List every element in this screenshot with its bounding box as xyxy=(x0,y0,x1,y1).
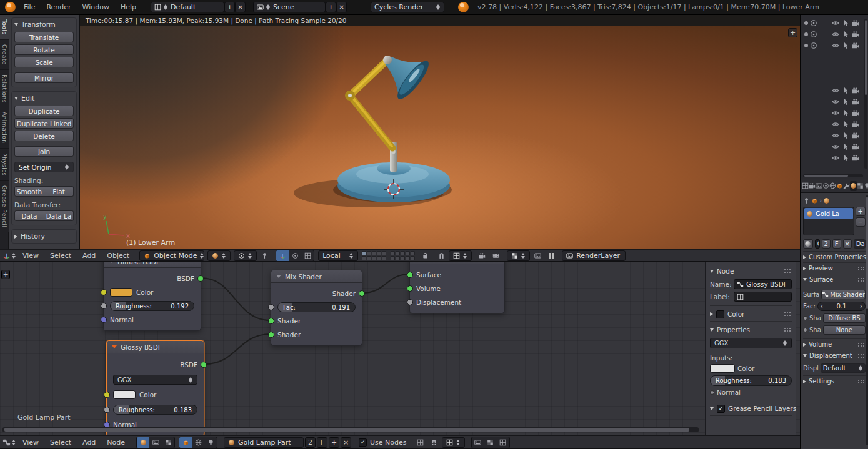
shader1-button[interactable]: Diffuse BS xyxy=(823,313,866,323)
shade-flat-button[interactable]: Flat xyxy=(44,186,74,197)
visibility-eye-icon[interactable] xyxy=(832,19,839,27)
users-count-button[interactable]: 2 xyxy=(305,437,316,448)
tab-material[interactable] xyxy=(850,181,857,191)
outliner-row[interactable] xyxy=(802,152,866,164)
selectability-cursor-icon[interactable] xyxy=(842,121,849,128)
outliner-row[interactable] xyxy=(802,141,866,152)
material-datablock-selector[interactable]: Gold Lamp Part xyxy=(224,437,304,448)
mode-dropdown[interactable]: Object Mode xyxy=(139,250,204,261)
node-canvas[interactable]: Diffuse BSDF BSDF Color Roughness:0.192 … xyxy=(0,262,800,435)
unlink-material-button[interactable] xyxy=(341,437,351,448)
selectability-cursor-icon[interactable] xyxy=(842,87,849,94)
node-panel-header[interactable]: Node xyxy=(710,265,792,277)
render-engine-dropdown[interactable]: Cycles Render xyxy=(371,2,444,12)
pivot-point-dropdown[interactable] xyxy=(234,250,257,261)
transform-orientation-dropdown[interactable]: Local xyxy=(318,250,358,261)
lamp-shader-toggle[interactable] xyxy=(204,437,217,448)
selectability-cursor-icon[interactable] xyxy=(842,143,849,150)
remove-slot-button[interactable]: − xyxy=(856,217,866,227)
delete-button[interactable]: Delete xyxy=(14,131,74,141)
transform-panel-header[interactable]: Transform xyxy=(14,19,74,30)
fac-slider[interactable]: Fac:0.191 xyxy=(277,302,356,312)
add-slot-button[interactable] xyxy=(856,207,866,216)
outliner-row[interactable] xyxy=(802,107,866,119)
editor-type-3d-view-button[interactable] xyxy=(2,250,16,261)
volume-panel-header[interactable]: Volume xyxy=(803,338,866,350)
fake-user-button[interactable]: F xyxy=(832,239,841,249)
outliner-row[interactable] xyxy=(802,62,866,74)
manipulator-rotate-toggle[interactable] xyxy=(289,250,301,261)
selectability-cursor-icon[interactable] xyxy=(842,132,849,139)
transfer-data-layout-button[interactable]: Data La xyxy=(44,210,74,221)
material-name-field[interactable]: G xyxy=(815,239,820,249)
layers-grid-left[interactable] xyxy=(362,251,386,260)
menu-add[interactable]: Add xyxy=(77,252,101,260)
color-panel-header[interactable]: Color xyxy=(710,308,792,320)
color-swatch[interactable] xyxy=(113,390,136,399)
distribution-dropdown[interactable]: GGX xyxy=(710,338,792,348)
selectability-cursor-icon[interactable] xyxy=(842,42,849,49)
menu-node[interactable]: Node xyxy=(102,438,130,447)
surface-shader-button[interactable]: Mix Shader xyxy=(821,290,866,299)
color-swatch[interactable] xyxy=(710,364,735,373)
set-origin-dropdown[interactable]: Set Origin xyxy=(14,162,74,172)
shelf-tab-create[interactable]: Create xyxy=(0,40,9,70)
input-socket-color[interactable] xyxy=(101,289,107,295)
renderability-camera-icon[interactable] xyxy=(852,98,859,106)
lock-to-scene-toggle[interactable] xyxy=(419,250,431,261)
renderability-camera-icon[interactable] xyxy=(852,87,859,94)
properties-scrollbar[interactable] xyxy=(866,195,868,445)
menu-select[interactable]: Select xyxy=(45,252,76,260)
texture-nodes-toggle[interactable] xyxy=(162,437,174,448)
selectability-cursor-icon[interactable] xyxy=(842,31,849,38)
shelf-tab-tools[interactable]: Tools xyxy=(0,15,9,40)
outliner-row[interactable] xyxy=(802,29,866,40)
pause-render-button[interactable] xyxy=(545,250,557,261)
menu-view[interactable]: View xyxy=(17,252,44,260)
shelf-tab-animation[interactable]: Animation xyxy=(0,107,9,148)
outliner-row[interactable] xyxy=(802,74,866,85)
input-socket-shader2[interactable] xyxy=(268,332,274,338)
menu-help[interactable]: Help xyxy=(115,0,142,15)
menu-select[interactable]: Select xyxy=(45,438,76,447)
fac-number-field[interactable]: 0.1 xyxy=(817,302,866,311)
renderability-camera-icon[interactable] xyxy=(852,31,859,38)
outliner-row[interactable] xyxy=(802,130,866,141)
blender-menu-icon[interactable] xyxy=(5,2,16,12)
join-button[interactable]: Join xyxy=(14,146,74,157)
tab-render-layers[interactable] xyxy=(816,181,822,191)
composite-nodes-toggle[interactable] xyxy=(149,437,162,448)
renderability-camera-icon[interactable] xyxy=(852,42,859,49)
displacement-dropdown[interactable]: Default xyxy=(821,363,866,373)
roughness-slider[interactable]: Roughness:0.183 xyxy=(113,405,197,415)
layers-grid-right[interactable] xyxy=(391,251,415,260)
tab-render[interactable] xyxy=(809,181,816,191)
node-header[interactable]: Diffuse BSDF xyxy=(104,262,201,268)
outliner-row[interactable] xyxy=(802,96,866,107)
shelf-tab-relations[interactable]: Relations xyxy=(0,70,9,108)
shelf-tab-grease-pencil[interactable]: Grease Pencil xyxy=(0,181,9,232)
visibility-eye-icon[interactable] xyxy=(832,154,839,162)
world-shader-toggle[interactable] xyxy=(192,437,204,448)
properties-panel-header[interactable]: Properties xyxy=(710,324,792,335)
disclosure-dot-icon[interactable] xyxy=(804,44,808,47)
fake-user-button[interactable]: F xyxy=(317,437,327,448)
opengl-render-still-button[interactable] xyxy=(476,250,488,261)
increment-icon[interactable] xyxy=(860,303,862,310)
manipulator-scale-toggle[interactable] xyxy=(301,250,314,261)
use-nodes-checkbox[interactable] xyxy=(359,438,367,447)
outliner-row[interactable] xyxy=(802,40,866,51)
visibility-eye-icon[interactable] xyxy=(832,87,839,94)
add-screen-layout-button[interactable] xyxy=(224,2,235,12)
visibility-eye-icon[interactable] xyxy=(832,42,839,49)
outliner-row[interactable] xyxy=(802,17,866,29)
color-swatch[interactable] xyxy=(110,288,132,297)
add-scene-button[interactable] xyxy=(326,2,336,12)
input-socket-shader1[interactable] xyxy=(268,318,274,324)
duplicate-linked-button[interactable]: Duplicate Linked xyxy=(14,118,74,129)
opengl-render-anim-button[interactable] xyxy=(489,250,502,261)
editor-type-node-button[interactable] xyxy=(2,437,16,448)
translate-button[interactable]: Translate xyxy=(14,32,74,42)
input-socket-fac[interactable] xyxy=(268,304,274,310)
node-name-field[interactable]: Glossy BSDF xyxy=(734,279,792,289)
